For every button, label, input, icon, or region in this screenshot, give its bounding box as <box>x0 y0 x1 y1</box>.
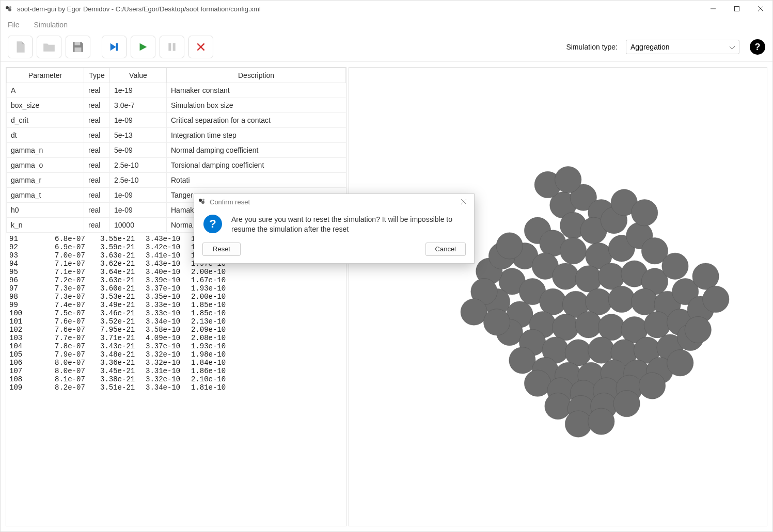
col-value[interactable]: Value <box>110 68 167 83</box>
cell-value: 2.5e-10 <box>110 158 167 173</box>
cell-desc: Torsional damping coefficient <box>167 158 346 173</box>
table-row[interactable]: dtreal5e-13Integration time step <box>7 128 346 143</box>
dialog-close-button[interactable] <box>458 198 470 206</box>
cell-desc: Normal damping coefficient <box>167 143 346 158</box>
cell-param: A <box>7 83 84 98</box>
log-row: 1027.6e-077.95e-213.58e-102.09e-10 <box>9 326 343 334</box>
particle-cluster <box>349 68 767 526</box>
col-type[interactable]: Type <box>84 68 110 83</box>
svg-point-93 <box>555 166 581 192</box>
dialog-titlebar: Confirm reset <box>194 194 474 209</box>
play-button[interactable] <box>131 36 155 58</box>
table-row[interactable]: Areal1e-19Hamaker constant <box>7 83 346 98</box>
svg-point-100 <box>202 199 204 201</box>
svg-point-50 <box>575 312 602 338</box>
cell-type: real <box>84 128 110 143</box>
svg-point-98 <box>199 199 202 202</box>
menu-file[interactable]: File <box>8 21 20 29</box>
table-row[interactable]: gamma_oreal2.5e-10Torsional damping coef… <box>7 158 346 173</box>
svg-point-82 <box>613 391 640 417</box>
cell-desc: Critical separation for a contact <box>167 113 346 128</box>
svg-point-97 <box>483 309 510 335</box>
svg-point-42 <box>608 286 635 312</box>
sim-type-label: Simulation type: <box>566 43 618 51</box>
svg-point-90 <box>461 299 487 325</box>
step-button[interactable] <box>102 36 127 58</box>
cell-value: 5e-13 <box>110 128 167 143</box>
reset-button[interactable]: Reset <box>202 243 241 256</box>
minimize-button[interactable] <box>701 1 725 17</box>
table-row[interactable]: gamma_nreal5e-09Normal damping coefficie… <box>7 143 346 158</box>
stop-reset-button[interactable] <box>188 36 213 58</box>
svg-point-89 <box>685 316 711 343</box>
log-row: 1098.2e-073.51e-213.34e-101.81e-10 <box>9 383 343 392</box>
cell-type: real <box>84 113 110 128</box>
log-row: 1017.6e-073.52e-213.34e-102.13e-10 <box>9 317 343 326</box>
svg-point-2 <box>9 6 11 8</box>
cell-value: 3.0e-7 <box>110 98 167 113</box>
log-row: 1078.0e-073.45e-213.31e-101.86e-10 <box>9 367 343 375</box>
new-file-button[interactable] <box>8 36 33 58</box>
titlebar: soot-dem-gui by Egor Demidov - C:/Users/… <box>1 1 772 17</box>
cell-type: real <box>84 98 110 113</box>
table-row[interactable]: d_critreal1e-09Critical separation for a… <box>7 113 346 128</box>
save-button[interactable] <box>66 36 90 58</box>
col-description[interactable]: Description <box>167 68 346 83</box>
svg-point-59 <box>565 340 591 366</box>
cell-type: real <box>84 143 110 158</box>
log-row: 1007.5e-073.46e-213.33e-101.85e-10 <box>9 309 343 317</box>
toolbar: Simulation type: Aggregation ? <box>1 33 772 62</box>
close-button[interactable] <box>749 1 772 17</box>
dialog-title: Confirm reset <box>210 198 458 206</box>
svg-rect-13 <box>173 43 176 51</box>
maximize-button[interactable] <box>725 1 749 17</box>
svg-point-0 <box>6 6 9 9</box>
cell-type: real <box>84 83 110 98</box>
svg-point-95 <box>632 200 658 226</box>
app-icon <box>5 5 13 13</box>
log-output[interactable]: 916.8e-073.55e-213.43e-101.94e-10926.9e-… <box>6 233 346 526</box>
svg-point-65 <box>509 347 535 374</box>
cell-desc: Rotati <box>167 173 346 188</box>
svg-rect-12 <box>168 43 171 51</box>
window-controls <box>701 1 772 17</box>
svg-rect-4 <box>735 7 739 11</box>
log-row: 987.3e-073.53e-213.35e-102.00e-10 <box>9 293 343 301</box>
cell-value: 2.5e-10 <box>110 173 167 188</box>
svg-point-99 <box>201 201 204 204</box>
svg-point-31 <box>553 263 579 289</box>
log-row: 967.2e-073.63e-213.39e-101.67e-10 <box>9 276 343 284</box>
svg-point-43 <box>632 288 658 315</box>
col-parameter[interactable]: Parameter <box>7 68 84 83</box>
log-row: 997.4e-073.49e-213.33e-101.85e-10 <box>9 301 343 309</box>
svg-rect-7 <box>75 42 81 45</box>
svg-marker-9 <box>111 43 116 51</box>
open-file-button[interactable] <box>37 36 61 58</box>
cell-param: gamma_r <box>7 173 84 188</box>
svg-point-96 <box>496 233 523 259</box>
question-icon: ? <box>203 215 222 233</box>
sim-type-select[interactable]: Aggregation <box>626 40 739 54</box>
dialog-body: ? Are you sure you want to reset the sim… <box>194 209 474 237</box>
visualization-panel[interactable] <box>349 67 767 526</box>
menu-simulation[interactable]: Simulation <box>34 21 68 29</box>
svg-point-49 <box>553 314 579 341</box>
svg-point-33 <box>598 263 624 289</box>
help-button[interactable]: ? <box>750 39 765 55</box>
cell-value: 1e-09 <box>110 203 167 218</box>
svg-point-41 <box>586 288 612 315</box>
pause-button[interactable] <box>160 36 184 58</box>
table-row[interactable]: box_sizereal3.0e-7Simulation box size <box>7 98 346 113</box>
cancel-button[interactable]: Cancel <box>425 243 466 256</box>
svg-point-60 <box>588 337 614 363</box>
cell-type: real <box>84 218 110 233</box>
svg-point-88 <box>692 263 719 289</box>
cell-type: real <box>84 203 110 218</box>
table-row[interactable]: gamma_rreal2.5e-10Rotati <box>7 173 346 188</box>
log-row: 977.3e-073.60e-213.37e-101.93e-10 <box>9 284 343 293</box>
cell-desc: Integration time step <box>167 128 346 143</box>
cell-value: 1e-19 <box>110 83 167 98</box>
sim-type-value: Aggregation <box>630 43 670 51</box>
cell-param: gamma_o <box>7 158 84 173</box>
log-row: 957.1e-073.64e-213.40e-102.00e-10 <box>9 268 343 276</box>
